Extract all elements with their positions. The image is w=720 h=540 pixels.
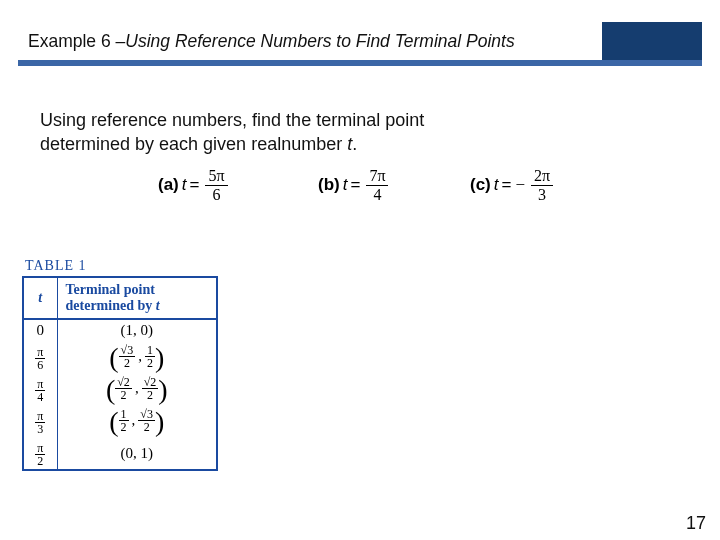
item-c: (c) t = − 2π 3 — [470, 168, 553, 203]
t4d: 2 — [37, 455, 43, 467]
header-prefix: Example 6 – — [28, 31, 125, 52]
t-cell: π4 — [23, 373, 57, 405]
t-cell: π6 — [23, 341, 57, 373]
item-a-eq: = — [190, 175, 200, 195]
p2xd: 2 — [121, 389, 127, 401]
item-c-eq: = — [502, 175, 512, 195]
item-a: (a) t = 5π 6 — [158, 168, 228, 203]
intro-text: Using reference numbers, find the termin… — [40, 108, 560, 157]
t-cell: π3 — [23, 405, 57, 437]
t1d: 6 — [37, 359, 43, 371]
item-b-den: 4 — [373, 186, 381, 203]
t1-frac: π6 — [35, 346, 45, 371]
tp-cell: (0, 1) — [57, 437, 217, 470]
table-head-t: t — [23, 277, 57, 319]
pair4: (0, 1) — [121, 445, 154, 462]
item-b-frac: 7π 4 — [366, 168, 388, 203]
item-b: (b) t = 7π 4 — [318, 168, 388, 203]
item-a-den: 6 — [212, 186, 220, 203]
p2yd: 2 — [147, 389, 153, 401]
intro-line1: Using reference numbers, find the termin… — [40, 110, 424, 130]
intro-line2b: number — [281, 134, 347, 154]
item-b-eq: = — [350, 175, 360, 195]
table-head-tp1: Terminal point — [66, 282, 155, 297]
table-row: π6 ( √32 , 12 ) — [23, 341, 217, 373]
pair3: ( 12 , √32 ) — [109, 408, 164, 433]
item-a-var: t — [182, 175, 187, 195]
p1xd: 2 — [124, 357, 130, 369]
t3-frac: π3 — [35, 410, 45, 435]
table-title: TABLE 1 — [22, 258, 272, 274]
table-row: 0 (1, 0) — [23, 319, 217, 341]
header-title-box: Example 6 – Using Reference Numbers to F… — [18, 22, 602, 60]
item-c-neg: − — [515, 175, 525, 195]
t2d: 4 — [37, 391, 43, 403]
table-head-tp2: determined by — [66, 298, 156, 313]
table-head-tp-var: t — [156, 298, 160, 313]
item-c-label: (c) — [470, 175, 491, 195]
item-b-var: t — [343, 175, 348, 195]
intro-line2c: . — [352, 134, 357, 154]
table-header-row: t Terminal point determined by t — [23, 277, 217, 319]
item-b-num: 7π — [366, 168, 388, 186]
p1yd: 2 — [147, 357, 153, 369]
tp-cell: ( √22 , √22 ) — [57, 373, 217, 405]
t2-frac: π4 — [35, 378, 45, 403]
table-row: π4 ( √22 , √22 ) — [23, 373, 217, 405]
pair1: ( √32 , 12 ) — [109, 344, 164, 369]
terminal-point-table-block: TABLE 1 t Terminal point determined by t… — [22, 258, 272, 471]
terminal-point-table: t Terminal point determined by t 0 (1, 0… — [22, 276, 218, 471]
t3d: 3 — [37, 423, 43, 435]
table-row: π2 (0, 1) — [23, 437, 217, 470]
tp-cell: ( 12 , √32 ) — [57, 405, 217, 437]
pair0: (1, 0) — [121, 322, 154, 339]
item-a-frac: 5π 6 — [205, 168, 227, 203]
intro-line2a: determined by each given real — [40, 134, 281, 154]
item-a-label: (a) — [158, 175, 179, 195]
tp-cell: ( √32 , 12 ) — [57, 341, 217, 373]
p3xd: 2 — [121, 421, 127, 433]
page-number: 17 — [686, 513, 706, 534]
p3yd: 2 — [144, 421, 150, 433]
item-c-frac: 2π 3 — [531, 168, 553, 203]
t-cell: 0 — [23, 319, 57, 341]
item-b-label: (b) — [318, 175, 340, 195]
t0: 0 — [37, 322, 45, 338]
header-title: Using Reference Numbers to Find Terminal… — [125, 31, 514, 52]
item-c-den: 3 — [538, 186, 546, 203]
table-head-tp: Terminal point determined by t — [57, 277, 217, 319]
item-a-num: 5π — [205, 168, 227, 186]
pair2: ( √22 , √22 ) — [106, 376, 168, 401]
item-c-num: 2π — [531, 168, 553, 186]
tp-cell: (1, 0) — [57, 319, 217, 341]
table-row: π3 ( 12 , √32 ) — [23, 405, 217, 437]
item-c-var: t — [494, 175, 499, 195]
t4-frac: π2 — [35, 442, 45, 467]
t-cell: π2 — [23, 437, 57, 470]
